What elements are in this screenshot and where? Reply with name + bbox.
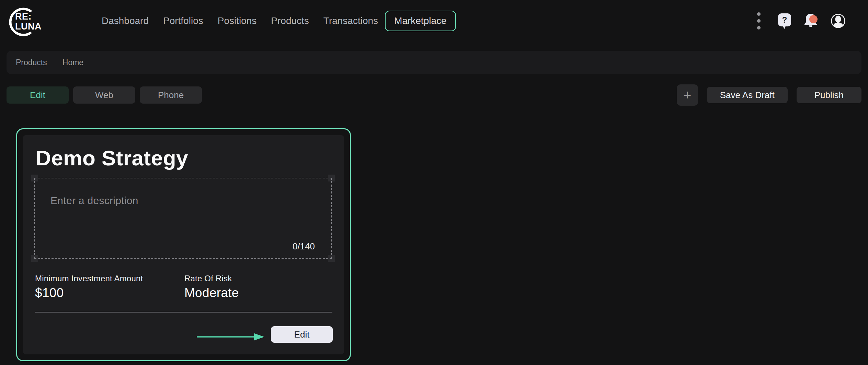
description-input[interactable]: Enter a description 0/140 (35, 178, 331, 258)
help-glyph: ? (782, 15, 787, 24)
view-tabs: Edit Web Phone (7, 86, 202, 104)
kebab-menu-icon[interactable] (757, 12, 761, 30)
toolbar: Edit Web Phone + Save As Draft Publish (7, 84, 861, 106)
plus-icon: + (683, 88, 691, 102)
help-icon[interactable]: ? (777, 12, 792, 30)
rate-of-risk-value: Moderate (184, 286, 239, 300)
min-investment-label: Minimum Investment Amount (35, 274, 143, 283)
main-nav: Dashboard Portfolios Positions Products … (102, 0, 456, 42)
add-button[interactable]: + (677, 84, 698, 106)
character-counter: 0/140 (293, 241, 315, 252)
rate-of-risk-label: Rate Of Risk (184, 274, 239, 283)
breadcrumb-item-products[interactable]: Products (16, 58, 47, 67)
brand-logo[interactable]: RE: LUNA (6, 3, 47, 39)
brand-line-2: LUNA (15, 22, 42, 32)
nav-item-portfolios[interactable]: Portfolios (163, 15, 203, 26)
pointer-arrow-icon (196, 330, 268, 344)
tab-edit[interactable]: Edit (7, 86, 69, 104)
brand-line-1: RE: (15, 12, 42, 22)
resize-handle-top-left (31, 175, 38, 181)
save-as-draft-button[interactable]: Save As Draft (707, 87, 788, 103)
toolbar-actions: + Save As Draft Publish (677, 84, 861, 106)
resize-handle-top-right (328, 175, 335, 181)
strategy-title: Demo Strategy (36, 145, 188, 171)
notification-badge (809, 15, 818, 23)
tab-phone[interactable]: Phone (140, 86, 202, 104)
user-avatar-icon[interactable] (830, 12, 847, 30)
card-divider (35, 312, 332, 313)
notifications-bell-icon[interactable] (802, 12, 819, 30)
min-investment-value: $100 (35, 286, 143, 300)
nav-item-positions[interactable]: Positions (218, 15, 257, 26)
nav-item-dashboard[interactable]: Dashboard (102, 15, 149, 26)
description-placeholder: Enter a description (50, 195, 138, 207)
nav-item-products[interactable]: Products (271, 15, 309, 26)
resize-handle-bottom-right (328, 255, 335, 262)
tab-web[interactable]: Web (73, 86, 135, 104)
rate-of-risk-field: Rate Of Risk Moderate (184, 274, 239, 300)
top-navbar: RE: LUNA Dashboard Portfolios Positions … (0, 0, 868, 42)
edit-button[interactable]: Edit (271, 326, 333, 343)
breadcrumb: Products Home (7, 51, 861, 74)
strategy-card-panel: Demo Strategy Enter a description 0/140 … (23, 135, 344, 354)
nav-item-transactions[interactable]: Transactions (323, 15, 378, 26)
header-icon-group: ? (757, 0, 847, 42)
breadcrumb-item-home[interactable]: Home (62, 58, 83, 67)
publish-button[interactable]: Publish (797, 87, 861, 103)
min-investment-field: Minimum Investment Amount $100 (35, 274, 143, 300)
strategy-card[interactable]: Demo Strategy Enter a description 0/140 … (16, 128, 351, 361)
app-root: RE: LUNA Dashboard Portfolios Positions … (0, 0, 868, 365)
nav-item-marketplace[interactable]: Marketplace (385, 11, 456, 31)
resize-handle-bottom-left (31, 255, 38, 262)
brand-name: RE: LUNA (15, 12, 42, 32)
